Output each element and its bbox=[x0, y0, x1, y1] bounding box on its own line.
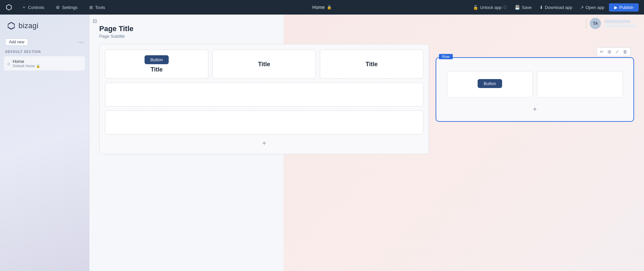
publish-label: Publish bbox=[619, 5, 633, 10]
row-badge: Row bbox=[439, 54, 453, 59]
logo-icon bbox=[5, 4, 13, 11]
tools-label: Tools bbox=[95, 5, 105, 10]
bizagi-logo-icon bbox=[7, 21, 16, 30]
sidebar-item-home[interactable]: ⌂ Home Default Home 🔒 bbox=[4, 56, 85, 70]
tools-icon: ⊞ bbox=[89, 5, 93, 10]
save-button[interactable]: 💾 Save bbox=[511, 3, 535, 12]
topnav-logo bbox=[5, 4, 13, 11]
unlock-icon: 🔓 bbox=[473, 5, 478, 10]
user-name bbox=[604, 20, 631, 23]
panel-toggle-button[interactable]: ⊟ bbox=[93, 18, 97, 24]
unlock-app-button[interactable]: 🔓 Unlock app ⓘ bbox=[470, 3, 510, 12]
unlock-app-label: Unlock app bbox=[480, 5, 501, 10]
download-app-label: Download app bbox=[545, 5, 572, 10]
delete-row-button[interactable]: 🗑 bbox=[622, 49, 628, 55]
cell-1: Button Title bbox=[105, 50, 208, 79]
settings-label: Settings bbox=[62, 5, 77, 10]
canvas-area: TA ⊟ Page Title Page Subtitle Button Tit… bbox=[89, 15, 644, 271]
cell-3-title: Title bbox=[365, 61, 378, 68]
right-cell-2 bbox=[537, 71, 623, 98]
tools-menu[interactable]: ⊞ Tools bbox=[87, 4, 107, 11]
save-label: Save bbox=[522, 5, 532, 10]
controls-label: Controls bbox=[28, 5, 44, 10]
empty-row-2 bbox=[105, 83, 423, 107]
download-app-button[interactable]: ⬇ Download app bbox=[536, 3, 576, 12]
edit-row-button[interactable]: ✏ bbox=[599, 49, 605, 55]
open-app-icon: ↗ bbox=[580, 5, 584, 10]
settings-menu[interactable]: ⚙ Settings bbox=[53, 4, 80, 11]
item-lock-icon: 🔒 bbox=[36, 64, 40, 68]
plus-icon: ＋ bbox=[22, 4, 26, 10]
plus-icon-left: + bbox=[262, 140, 266, 147]
left-panel: Button Title Title Title bbox=[99, 44, 429, 154]
publish-icon: ▶ bbox=[614, 5, 618, 10]
cell-1-title: Title bbox=[150, 66, 163, 73]
sidebar-logo-text: bizagi bbox=[19, 22, 38, 30]
lock-icon: 🔒 bbox=[327, 5, 332, 10]
sidebar-item-sub: Default Home 🔒 bbox=[13, 64, 40, 68]
sidebar-item-info: Home Default Home 🔒 bbox=[13, 59, 40, 68]
controls-menu[interactable]: ＋ Controls bbox=[19, 3, 47, 12]
add-new-button[interactable]: Add new bbox=[5, 38, 28, 46]
main-layout: bizagi Add new ⋯ DEFAULT SECTION ⌂ Home … bbox=[0, 15, 644, 271]
publish-button[interactable]: ▶ Publish bbox=[609, 3, 639, 12]
add-row-button-left[interactable]: + bbox=[105, 138, 423, 149]
resize-row-button[interactable]: ⤢ bbox=[614, 49, 620, 55]
settings-icon: ⚙ bbox=[56, 5, 60, 10]
cell-2-title: Title bbox=[258, 61, 270, 68]
right-row: Button bbox=[442, 66, 628, 103]
canvas-panels: Button Title Title Title bbox=[99, 44, 634, 154]
sidebar-item-name: Home bbox=[13, 59, 40, 64]
topnav-right: 🔓 Unlock app ⓘ 💾 Save ⬇ Download app ↗ O… bbox=[470, 3, 639, 12]
right-panel: Row ✏ ⊞ ⤢ 🗑 Button bbox=[436, 57, 634, 122]
download-icon: ⬇ bbox=[539, 5, 543, 10]
page-title: Page Title bbox=[99, 24, 634, 33]
right-cell-1-button[interactable]: Button bbox=[478, 79, 502, 88]
sidebar: bizagi Add new ⋯ DEFAULT SECTION ⌂ Home … bbox=[0, 15, 89, 271]
cell-3: Title bbox=[320, 50, 423, 79]
right-cell-1: Button bbox=[447, 71, 533, 98]
canvas-content: Page Title Page Subtitle Button Title Ti… bbox=[99, 24, 634, 154]
cell-1-button[interactable]: Button bbox=[145, 55, 169, 64]
open-app-button[interactable]: ↗ Open app bbox=[577, 3, 608, 12]
save-icon: 💾 bbox=[515, 5, 520, 10]
plus-icon-right: + bbox=[533, 106, 537, 113]
row-3col: Button Title Title Title bbox=[105, 50, 423, 79]
home-icon: ⌂ bbox=[7, 61, 10, 66]
sidebar-logo: bizagi bbox=[4, 20, 85, 32]
sidebar-more-button[interactable]: ⋯ bbox=[78, 38, 84, 46]
info-icon: ⓘ bbox=[503, 5, 507, 10]
split-row-button[interactable]: ⊞ bbox=[606, 49, 613, 55]
topnav: ＋ Controls ⚙ Settings ⊞ Tools Home 🔒 🔓 U… bbox=[0, 0, 644, 15]
page-name-label: Home bbox=[312, 5, 324, 10]
empty-row-3 bbox=[105, 111, 423, 134]
page-name-center: Home 🔒 bbox=[312, 5, 331, 10]
cell-2: Title bbox=[212, 50, 316, 79]
row-toolbar: ✏ ⊞ ⤢ 🗑 bbox=[596, 47, 631, 56]
sidebar-section-label: DEFAULT SECTION bbox=[5, 50, 41, 54]
add-row-button-right[interactable]: + bbox=[442, 103, 628, 116]
sidebar-header: Add new ⋯ bbox=[4, 38, 85, 46]
open-app-label: Open app bbox=[585, 5, 604, 10]
page-subtitle: Page Subtitle bbox=[99, 34, 634, 39]
